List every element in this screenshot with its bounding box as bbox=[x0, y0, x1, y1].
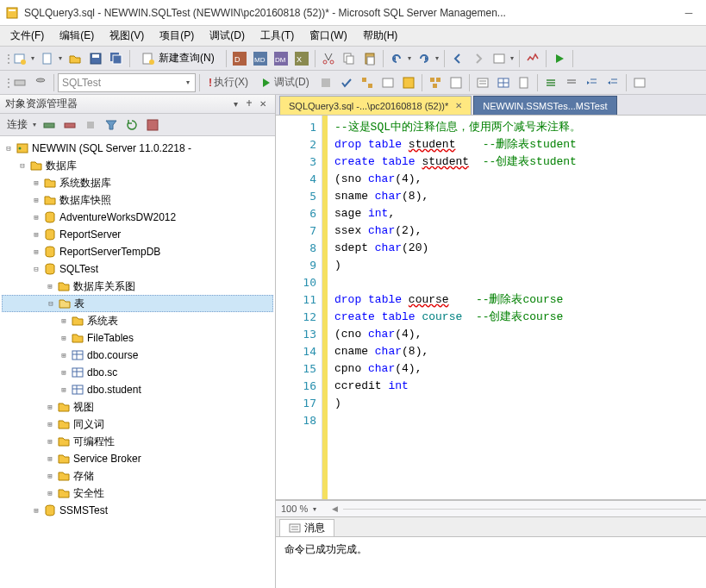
comment-button[interactable] bbox=[541, 73, 560, 92]
xmla-button[interactable]: X bbox=[292, 49, 311, 68]
code-editor[interactable]: 123456789101112131415161718 --这是SQL中的注释信… bbox=[276, 116, 706, 500]
tree-db-ssmstest[interactable]: ⊞SSMSTest bbox=[2, 502, 273, 519]
svg-rect-0 bbox=[7, 8, 17, 18]
panel-menu-button[interactable]: ▾ bbox=[228, 97, 242, 111]
activity-button[interactable] bbox=[523, 49, 542, 68]
dropdown-icon[interactable]: ▾ bbox=[509, 54, 515, 62]
mdx-button[interactable]: MD bbox=[251, 49, 270, 68]
menu-help[interactable]: 帮助(H) bbox=[356, 27, 405, 45]
tree-security[interactable]: ⊞安全性 bbox=[2, 485, 273, 502]
tree-servicebroker[interactable]: ⊞Service Broker bbox=[2, 450, 273, 467]
execute-button[interactable]: ! 执行(X) bbox=[203, 75, 253, 90]
dropdown-icon[interactable]: ▾ bbox=[434, 54, 440, 62]
play-icon bbox=[260, 77, 272, 89]
dropdown-icon[interactable]: ▾ bbox=[31, 121, 38, 128]
stop-button[interactable] bbox=[81, 116, 100, 134]
stop-debug-button[interactable] bbox=[316, 73, 335, 92]
menu-window[interactable]: 窗口(W) bbox=[303, 27, 353, 45]
stop-action-button[interactable] bbox=[143, 116, 162, 134]
zoom-value[interactable]: 100 % bbox=[281, 504, 308, 514]
code-area[interactable]: --这是SQL中的注释信息，使用两个减号来注释。drop table stude… bbox=[328, 116, 706, 499]
tree-server[interactable]: ⊟NEWWIN (SQL Server 11.0.2218 - bbox=[2, 140, 273, 157]
uncomment-button[interactable] bbox=[562, 73, 581, 92]
save-all-button[interactable] bbox=[107, 49, 126, 68]
specify-values-button[interactable] bbox=[630, 73, 649, 92]
object-tree[interactable]: ⊟NEWWIN (SQL Server 11.0.2218 - ⊟数据库 ⊞系统… bbox=[0, 136, 275, 588]
include-stats-button[interactable] bbox=[447, 73, 465, 92]
undo-button[interactable] bbox=[387, 49, 406, 68]
results-text-button[interactable] bbox=[473, 73, 492, 92]
menu-view[interactable]: 视图(V) bbox=[103, 27, 151, 45]
find-button[interactable] bbox=[490, 49, 509, 68]
tree-filetables[interactable]: ⊞FileTables bbox=[2, 329, 273, 347]
new-project-button[interactable] bbox=[10, 49, 29, 68]
minimize-button[interactable]: ─ bbox=[677, 4, 701, 22]
dropdown-icon[interactable]: ▾ bbox=[57, 54, 64, 62]
tree-storage[interactable]: ⊞存储 bbox=[2, 467, 273, 485]
cut-button[interactable] bbox=[319, 49, 338, 68]
save-button[interactable] bbox=[86, 49, 105, 68]
include-plan-button[interactable] bbox=[426, 73, 445, 92]
new-query-button[interactable]: 新建查询(N) bbox=[134, 49, 222, 68]
filter-button[interactable] bbox=[102, 116, 121, 134]
tree-programmability[interactable]: ⊞可编程性 bbox=[2, 433, 273, 450]
tree-table-sc[interactable]: ⊞dbo.sc bbox=[2, 364, 273, 381]
dropdown-icon[interactable]: ▾ bbox=[406, 54, 413, 62]
tree-db-sqltest[interactable]: ⊟SQLTest bbox=[2, 260, 273, 278]
database-combo[interactable]: SQLTest ▾ bbox=[58, 73, 196, 92]
panel-close-button[interactable]: ✕ bbox=[256, 97, 270, 111]
parse-button[interactable] bbox=[337, 73, 356, 92]
tab-ssmstest[interactable]: NEWWIN.SSMSTes...MSTest bbox=[473, 96, 616, 115]
tree-table-student[interactable]: ⊞dbo.student bbox=[2, 381, 273, 398]
tree-tables[interactable]: ⊟表 bbox=[2, 295, 273, 312]
connect-button[interactable] bbox=[40, 116, 59, 134]
menu-debug[interactable]: 调试(D) bbox=[203, 27, 252, 45]
tree-db-rs[interactable]: ⊞ReportServer bbox=[2, 226, 273, 243]
scroll-left-icon[interactable]: ◀ bbox=[332, 504, 338, 513]
tree-sys-databases[interactable]: ⊞系统数据库 bbox=[2, 174, 273, 191]
open-button[interactable] bbox=[66, 49, 84, 68]
de-button[interactable]: D bbox=[230, 49, 249, 68]
tree-table-course[interactable]: ⊞dbo.course bbox=[2, 347, 273, 364]
tree-views[interactable]: ⊞视图 bbox=[2, 398, 273, 416]
menu-project[interactable]: 项目(P) bbox=[153, 27, 201, 45]
chevron-down-icon[interactable]: ▾ bbox=[313, 505, 316, 513]
menu-edit[interactable]: 编辑(E) bbox=[53, 27, 101, 45]
menu-file[interactable]: 文件(F) bbox=[3, 27, 51, 45]
dmx-button[interactable]: DM bbox=[272, 49, 291, 68]
start-button[interactable] bbox=[550, 49, 569, 68]
tree-diagrams[interactable]: ⊞数据库关系图 bbox=[2, 278, 273, 295]
results-file-button[interactable] bbox=[515, 73, 534, 92]
connect-label[interactable]: 连接 bbox=[3, 117, 31, 132]
tree-synonyms[interactable]: ⊞同义词 bbox=[2, 416, 273, 433]
indent-button[interactable] bbox=[583, 73, 602, 92]
tree-db-aw[interactable]: ⊞AdventureWorksDW2012 bbox=[2, 209, 273, 226]
messages-tab[interactable]: 消息 bbox=[279, 519, 334, 536]
tree-db-rstemp[interactable]: ⊞ReportServerTempDB bbox=[2, 243, 273, 260]
query-options-button[interactable] bbox=[378, 73, 397, 92]
nav-back-button[interactable] bbox=[448, 49, 467, 68]
intellisense-button[interactable] bbox=[399, 73, 418, 92]
close-icon[interactable]: ✕ bbox=[455, 101, 462, 110]
tree-sys-tables[interactable]: ⊞系统表 bbox=[2, 312, 273, 329]
estimated-plan-button[interactable] bbox=[358, 73, 377, 92]
copy-button[interactable] bbox=[340, 49, 359, 68]
panel-pin-button[interactable] bbox=[242, 97, 256, 111]
results-grid-button[interactable] bbox=[494, 73, 513, 92]
menu-bar: 文件(F) 编辑(E) 视图(V) 项目(P) 调试(D) 工具(T) 窗口(W… bbox=[0, 26, 706, 47]
add-file-button[interactable] bbox=[38, 49, 57, 68]
refresh-button[interactable] bbox=[122, 116, 141, 134]
debug-button[interactable]: 调试(D) bbox=[255, 75, 315, 90]
paste-button[interactable] bbox=[360, 49, 379, 68]
change-connection-button[interactable] bbox=[10, 73, 29, 92]
menu-tools[interactable]: 工具(T) bbox=[253, 27, 301, 45]
redo-button[interactable] bbox=[415, 49, 434, 68]
tab-sqlquery3[interactable]: SQLQuery3.sql -...\pc20160818 (52))* ✕ bbox=[279, 96, 472, 115]
tree-db-snapshots[interactable]: ⊞数据库快照 bbox=[2, 191, 273, 209]
outdent-button[interactable] bbox=[603, 73, 622, 92]
available-db-button[interactable] bbox=[31, 73, 50, 92]
nav-fwd-button[interactable] bbox=[469, 49, 488, 68]
disconnect-button[interactable] bbox=[60, 116, 79, 134]
dropdown-icon[interactable]: ▾ bbox=[29, 54, 36, 62]
tree-databases[interactable]: ⊟数据库 bbox=[2, 157, 273, 174]
